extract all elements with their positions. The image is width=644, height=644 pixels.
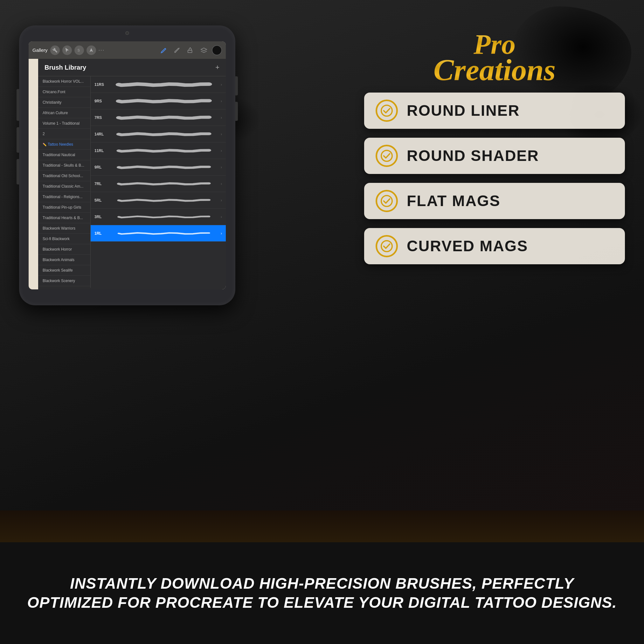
- feature-label-curved-mags: CURVED MAGS: [407, 237, 528, 255]
- svg-point-3: [381, 150, 392, 161]
- brush-item-5rl[interactable]: 5RL›: [91, 192, 226, 209]
- feature-check-round-shader: [376, 145, 398, 167]
- brush-category-bw-animals[interactable]: Blackwork Animals: [38, 255, 90, 265]
- brush-category-christianity[interactable]: Christianity: [38, 97, 90, 108]
- toolbar-navigation-icon[interactable]: [87, 45, 96, 55]
- s-icon: S: [77, 48, 82, 53]
- tablet-left-button-1: [17, 89, 19, 121]
- svg-point-2: [381, 105, 392, 116]
- brush-library-header: Brush Library +: [38, 59, 226, 76]
- brush-category-bw-warriors[interactable]: Blackwork Warriors: [38, 223, 90, 234]
- brush-stroke-1rl: [114, 230, 219, 237]
- brush-item-arrow-11rl: ›: [221, 149, 222, 153]
- brush-library-panel: Brush Library + Blackwork Horror VOL...C…: [38, 59, 226, 289]
- brush-category-chicano[interactable]: Chicano.Font: [38, 87, 90, 97]
- brush-item-arrow-5rl: ›: [221, 198, 222, 203]
- toolbar-arrow-icon[interactable]: [62, 45, 72, 55]
- brush-item-7rl[interactable]: 7RL›: [91, 176, 226, 192]
- cursor-icon: [65, 48, 70, 53]
- brush-item-label-9rs: 9RS: [94, 99, 114, 103]
- brush-category-bh-vol[interactable]: Blackwork Horror VOL...: [38, 76, 90, 87]
- svg-point-5: [381, 241, 392, 252]
- brush-item-label-1rl: 1RL: [94, 231, 114, 236]
- brush-tool-button[interactable]: [172, 45, 183, 56]
- brush-category-scifi[interactable]: Sci-fi Blackwork: [38, 234, 90, 244]
- checkmark-icon: [381, 105, 393, 117]
- brush-item-arrow-3rl: ›: [221, 215, 222, 219]
- brush-stroke-7rs: [114, 114, 219, 121]
- feature-check-round-liner: [376, 100, 398, 122]
- feature-label-round-liner: ROUND LINER: [407, 102, 520, 119]
- brush-list-container: Blackwork Horror VOL...Chicano.FontChris…: [38, 76, 226, 288]
- brush-item-arrow-11rs: ›: [221, 82, 222, 87]
- brush-stroke-11rl: [114, 147, 219, 154]
- eraser-tool-button[interactable]: [185, 45, 196, 56]
- brush-category-bw-sealife[interactable]: Blackwork Sealife: [38, 265, 90, 276]
- more-options-button[interactable]: ···: [99, 47, 105, 53]
- brush-item-9rl[interactable]: 9RL›: [91, 159, 226, 176]
- feature-label-flat-mags: FLAT MAGS: [407, 192, 500, 210]
- brush-item-14rl[interactable]: 14RL›: [91, 126, 226, 142]
- brush-item-1rl[interactable]: 1RL›: [91, 225, 226, 242]
- feature-card-flat-mags: FLAT MAGS: [364, 183, 625, 219]
- layers-tool-button[interactable]: [198, 45, 209, 56]
- brush-item-11rl[interactable]: 11RL›: [91, 142, 226, 159]
- brush-category-vol1[interactable]: Volume 1 - Traditional: [38, 118, 90, 129]
- navigation-icon: [89, 48, 94, 53]
- brush-categories-list[interactable]: Blackwork Horror VOL...Chicano.FontChris…: [38, 76, 91, 288]
- brush-stroke-3rl: [114, 213, 219, 220]
- brush-category-needles[interactable]: Tattoo Needles: [38, 139, 90, 150]
- brush-item-arrow-9rl: ›: [221, 165, 222, 170]
- tablet-left-button-2: [17, 127, 19, 153]
- brush-item-11rs[interactable]: 11RS›: [91, 76, 226, 93]
- svg-rect-1: [188, 50, 192, 52]
- brush-category-bw-scenery[interactable]: Blackwork Scenery: [38, 276, 90, 286]
- brush-category-trad-old[interactable]: Traditional Old School...: [38, 171, 90, 181]
- brush-item-7rs[interactable]: 7RS›: [91, 109, 226, 126]
- brush-item-label-9rl: 9RL: [94, 165, 114, 170]
- gallery-button[interactable]: Gallery: [32, 47, 48, 53]
- feature-card-round-shader: ROUND SHADER: [364, 138, 625, 174]
- checkmark-icon: [381, 240, 393, 252]
- brush-category-african[interactable]: African Culture: [38, 108, 90, 118]
- brush-category-trad-pin[interactable]: Traditional Pin-up Girls: [38, 202, 90, 213]
- brush-category-trad-skulls[interactable]: Traditional - Skulls & B...: [38, 160, 90, 171]
- checkmark-icon: [381, 150, 393, 162]
- bottom-banner-text: INSTANTLY DOWNLOAD HIGH-PRECISION BRUSHE…: [27, 574, 617, 612]
- feature-cards-container: ROUND LINER ROUND SHADER FLAT MAGS CURVE…: [364, 93, 625, 264]
- brush-items-list[interactable]: 11RS›9RS›7RS›14RL›11RL›9RL›7RL›5RL›3RL›1…: [91, 76, 226, 288]
- feature-card-round-liner: ROUND LINER: [364, 93, 625, 129]
- feature-check-curved-mags: [376, 235, 398, 257]
- brush-category-trad-naut[interactable]: Traditional Nautical: [38, 150, 90, 160]
- feature-card-curved-mags: CURVED MAGS: [364, 228, 625, 264]
- brush-stroke-7rl: [114, 180, 219, 187]
- brush-category-trad-classic[interactable]: Traditional Classic Am...: [38, 181, 90, 192]
- brush-stroke-9rs: [114, 98, 219, 105]
- logo-creations: Creations: [364, 57, 625, 83]
- brush-item-label-11rs: 11RS: [94, 82, 114, 87]
- brush-item-9rs[interactable]: 9RS›: [91, 93, 226, 109]
- toolbar-wrench-icon[interactable]: [50, 45, 60, 55]
- tablet-screen: Gallery S ···: [29, 41, 226, 289]
- brush-category-bw-horror[interactable]: Blackwork Horror: [38, 244, 90, 255]
- ipad-topbar: Gallery S ···: [29, 41, 226, 59]
- brush-category-trad-rel[interactable]: Traditional - Religions...: [38, 192, 90, 202]
- tablet-side-button-1: [235, 76, 238, 95]
- brush-item-label-11rl: 11RL: [94, 149, 114, 153]
- pen-tool-button[interactable]: [158, 45, 169, 56]
- brush-library-add-button[interactable]: +: [215, 63, 219, 72]
- brush-item-label-5rl: 5RL: [94, 198, 114, 203]
- toolbar-s-icon[interactable]: S: [74, 45, 84, 55]
- right-content: Pro Creations ROUND LINER ROUND SHADER F…: [364, 32, 625, 264]
- brush-item-arrow-14rl: ›: [221, 132, 222, 136]
- tablet: Gallery S ···: [19, 25, 235, 305]
- brush-item-label-3rl: 3RL: [94, 215, 114, 219]
- tablet-camera: [125, 31, 129, 35]
- brush-category-trad-hearts[interactable]: Traditional Hearts & B...: [38, 213, 90, 223]
- color-picker-button[interactable]: [212, 45, 222, 55]
- checkmark-icon: [381, 195, 393, 207]
- brush-category-vol2[interactable]: 2: [38, 129, 90, 139]
- feature-label-round-shader: ROUND SHADER: [407, 147, 539, 164]
- brush-category-bw-floral[interactable]: Blackwork Floral: [38, 286, 90, 288]
- brush-item-3rl[interactable]: 3RL›: [91, 209, 226, 225]
